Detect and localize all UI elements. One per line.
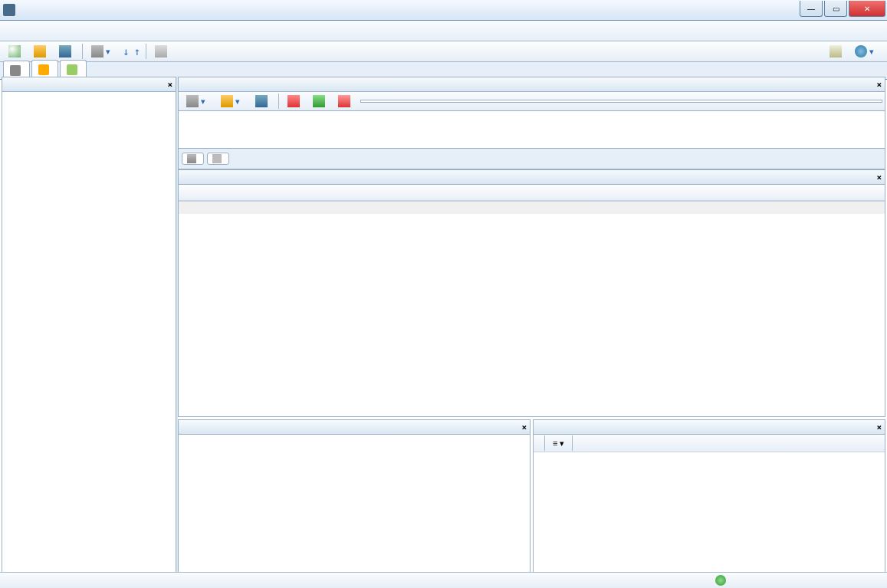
how-do-i-button[interactable]: ▾ (849, 43, 884, 60)
help-icon (855, 45, 867, 57)
open-capture-button[interactable] (28, 43, 54, 60)
main-toolbar: ▾ ↓ ↑ ▾ (0, 41, 887, 62)
new-capture-button[interactable] (3, 43, 28, 60)
save-as-button[interactable] (54, 43, 79, 60)
reassemble-icon (155, 45, 167, 57)
capture-file-icon (10, 65, 21, 76)
grid-horizontal-scrollbar[interactable] (179, 201, 885, 214)
menubar (0, 21, 887, 41)
app-icon (3, 4, 15, 16)
options-button[interactable] (824, 43, 849, 60)
minimize-button[interactable]: — (800, 1, 823, 17)
history-icon (186, 95, 199, 107)
find-button[interactable]: ▾ (86, 43, 120, 60)
subtab-aliases[interactable] (207, 153, 229, 165)
filter-apply-button[interactable] (307, 93, 333, 110)
display-filter-close-button[interactable]: × (876, 80, 882, 90)
apply-icon (313, 95, 325, 107)
display-filter-icon (187, 154, 196, 163)
filter-open-button[interactable]: ▾ (215, 93, 250, 110)
hex-details-close-button[interactable]: × (876, 422, 882, 432)
reassemble-button[interactable] (149, 43, 175, 60)
hex-details-body[interactable] (534, 452, 885, 572)
statusbar (0, 572, 887, 588)
subtab-display-filter[interactable] (182, 153, 204, 165)
frame-summary-grid[interactable] (178, 185, 885, 417)
filter-save-button[interactable] (250, 93, 275, 110)
save-icon (59, 45, 71, 57)
close-button[interactable]: ✕ (849, 1, 885, 17)
aliases-icon (212, 154, 222, 163)
network-conversations-tree[interactable] (2, 92, 176, 573)
frame-details-close-button[interactable]: × (521, 422, 527, 432)
filter-expression-editor[interactable] (178, 111, 885, 149)
columns-button[interactable]: ≡ ▾ (553, 439, 564, 448)
open-capture-icon (34, 45, 46, 57)
remove-icon (338, 95, 350, 107)
display-filter-header: × (178, 77, 885, 92)
save-filter-icon (255, 95, 268, 107)
parsers-icon (67, 64, 77, 75)
find-next-down-button[interactable]: ↓ (120, 45, 131, 57)
status-icon (715, 575, 726, 586)
frame-summary-header: × (178, 169, 885, 185)
verify-icon (287, 95, 300, 107)
frame-details-body[interactable] (179, 435, 530, 572)
network-conversations-header: × (2, 77, 176, 92)
filter-history-button[interactable]: ▾ (181, 93, 215, 110)
filter-remove-button[interactable] (333, 93, 358, 110)
filter-verify-button[interactable] (282, 93, 307, 110)
new-capture-icon (8, 45, 21, 57)
titlebar: — ▭ ✕ (0, 0, 887, 21)
find-next-up-button[interactable]: ↑ (131, 45, 142, 57)
find-icon (91, 45, 103, 57)
hex-details-header: × (534, 420, 885, 435)
active-filter-field[interactable] (360, 100, 882, 103)
open-icon (221, 95, 233, 107)
frame-summary-close-button[interactable]: × (876, 172, 882, 182)
start-page-icon (38, 64, 49, 75)
frame-details-header: × (179, 420, 530, 435)
options-icon (830, 45, 842, 57)
netconv-close-button[interactable]: × (167, 80, 172, 90)
maximize-button[interactable]: ▭ (824, 1, 847, 17)
